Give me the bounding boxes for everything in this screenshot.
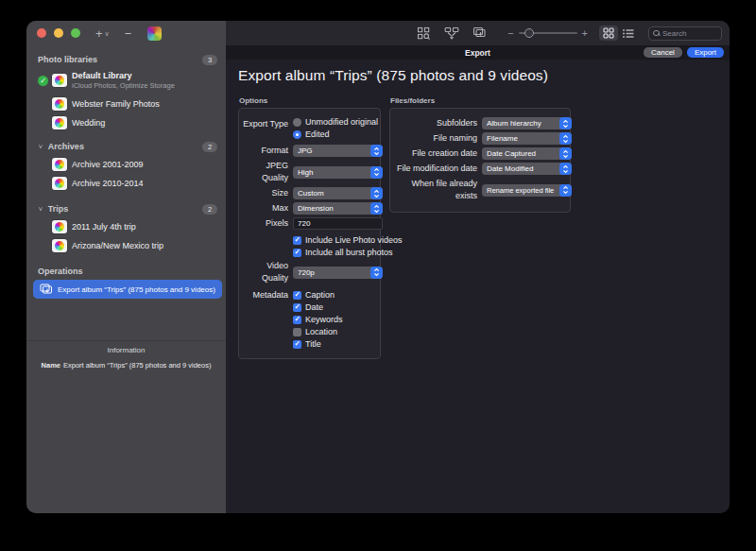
radio-icon[interactable] bbox=[293, 130, 301, 139]
radio-edited[interactable]: Edited bbox=[293, 129, 378, 139]
find-duplicates-button[interactable] bbox=[417, 26, 431, 41]
subfolders-value: Album hierarchy bbox=[482, 119, 559, 128]
metadata-location-checkbox[interactable]: Location bbox=[293, 327, 343, 336]
metadata-row: Metadata Caption Date bbox=[243, 290, 375, 349]
app-icon bbox=[147, 26, 162, 41]
close-button[interactable] bbox=[37, 28, 46, 38]
add-library-button[interactable]: + ∨ bbox=[95, 27, 110, 40]
sidebar-item-2011-july-4th-trip[interactable]: 2011 July 4th trip bbox=[26, 218, 226, 234]
format-row: Format JPG bbox=[243, 145, 375, 157]
video-quality-select[interactable]: 720p bbox=[293, 267, 383, 279]
file-naming-select[interactable]: Filename bbox=[482, 132, 572, 145]
sidebar-item-archive-2010-2014[interactable]: Archive 2010-2014 bbox=[26, 175, 226, 191]
chevron-down-icon: ∨ bbox=[105, 30, 110, 37]
library-name: Wedding bbox=[72, 118, 105, 128]
operations-header: Operations bbox=[26, 265, 226, 278]
export-operation-icon bbox=[40, 284, 53, 295]
radio-unmodified-original[interactable]: Unmodified original bbox=[293, 117, 378, 127]
checkbox-icon[interactable] bbox=[293, 236, 301, 245]
max-select[interactable]: Dimension bbox=[293, 202, 383, 215]
archives-header[interactable]: ∨ Archives 2 bbox=[26, 140, 226, 153]
zoom-out-icon[interactable]: − bbox=[507, 27, 513, 39]
checkbox-icon[interactable] bbox=[293, 340, 301, 349]
sidebar-item-archive-2001-2009[interactable]: Archive 2001-2009 bbox=[26, 156, 226, 172]
include-live-photo-videos-checkbox[interactable]: Include Live Photo videos bbox=[293, 235, 375, 245]
grid-view-button[interactable] bbox=[599, 26, 618, 41]
checkbox-icon[interactable] bbox=[293, 316, 301, 324]
subfolders-select[interactable]: Album hierarchy bbox=[482, 117, 572, 129]
include-all-burst-photos-checkbox[interactable]: Include all burst photos bbox=[293, 248, 375, 257]
stepper-icon bbox=[559, 147, 572, 160]
video-quality-label: Video Quality bbox=[243, 260, 288, 284]
checkbox-icon[interactable] bbox=[293, 328, 301, 336]
file-naming-value: Filename bbox=[482, 134, 559, 143]
zoom-slider-knob[interactable] bbox=[524, 28, 534, 38]
sidebar-item-wedding[interactable]: Wedding bbox=[26, 114, 226, 130]
pixels-input[interactable] bbox=[293, 217, 383, 230]
video-quality-row: Video Quality 720p bbox=[243, 260, 375, 284]
photo-libraries-label: Photo libraries bbox=[38, 55, 202, 64]
metadata-keywords-checkbox[interactable]: Keywords bbox=[293, 315, 343, 324]
grid-view-icon bbox=[603, 27, 614, 39]
export-icon bbox=[472, 26, 487, 40]
chevron-down-icon[interactable]: ∨ bbox=[38, 205, 43, 212]
when-file-already-exists-row: When file already exists Rename exported… bbox=[394, 178, 565, 202]
zoom-button[interactable] bbox=[71, 28, 80, 38]
metadata-label: Metadata bbox=[243, 289, 288, 301]
metadata-caption-checkbox[interactable]: Caption bbox=[293, 290, 343, 300]
zoom-slider[interactable] bbox=[519, 32, 577, 34]
chevron-down-icon[interactable]: ∨ bbox=[38, 143, 43, 149]
when-file-already-exists-value: Rename exported file bbox=[482, 186, 559, 195]
checkbox-icon[interactable] bbox=[293, 291, 301, 300]
search-field[interactable] bbox=[648, 26, 722, 41]
information-name-row: NameExport album “Trips” (875 photos and… bbox=[26, 361, 226, 370]
sidebar-item-default-library[interactable]: ✓ Default Library iCloud Photos, Optimiz… bbox=[26, 68, 226, 93]
radio-label: Edited bbox=[305, 129, 330, 139]
operation-export-album-trips[interactable]: Export album “Trips” (875 photos and 9 v… bbox=[33, 280, 222, 299]
size-select[interactable]: Custom bbox=[293, 187, 383, 199]
size-row: Size Custom bbox=[243, 187, 375, 199]
merge-button[interactable] bbox=[444, 26, 459, 41]
files-folders-group: Files/folders Subfolders Album hierarchy bbox=[389, 96, 571, 213]
information-name-value: Export album “Trips” (875 photos and 9 v… bbox=[63, 361, 211, 370]
subfolders-label: Subfolders bbox=[394, 117, 477, 129]
remove-library-button[interactable]: − bbox=[125, 27, 132, 40]
sidebar-item-webster-family-photos[interactable]: Webster Family Photos bbox=[26, 95, 226, 112]
sidebar-item-arizona-new-mexico-trip[interactable]: Arizona/New Mexico trip bbox=[26, 237, 226, 253]
files-folders-group-label: Files/folders bbox=[390, 96, 571, 105]
stepper-icon bbox=[559, 132, 572, 145]
metadata-date-checkbox[interactable]: Date bbox=[293, 302, 343, 312]
checkbox-label: Caption bbox=[305, 290, 335, 300]
max-value: Dimension bbox=[293, 204, 370, 213]
operations-label: Operations bbox=[38, 267, 217, 276]
export-tool-button[interactable] bbox=[472, 26, 487, 41]
cancel-button[interactable]: Cancel bbox=[644, 47, 682, 58]
stepper-icon bbox=[559, 184, 572, 197]
format-value: JPG bbox=[293, 146, 370, 155]
photos-library-icon bbox=[52, 220, 67, 233]
checkbox-icon[interactable] bbox=[293, 249, 301, 257]
file-modification-date-select[interactable]: Date Modified bbox=[482, 163, 572, 175]
search-input[interactable] bbox=[662, 29, 717, 38]
stepper-icon bbox=[370, 267, 383, 279]
file-creation-date-select[interactable]: Date Captured bbox=[482, 147, 572, 160]
list-view-button[interactable] bbox=[618, 26, 637, 41]
export-type-label: Export Type bbox=[243, 118, 288, 130]
radio-icon[interactable] bbox=[293, 118, 301, 127]
when-file-already-exists-select[interactable]: Rename exported file bbox=[482, 184, 572, 197]
minimize-button[interactable] bbox=[54, 28, 63, 38]
metadata-title-checkbox[interactable]: Title bbox=[293, 339, 343, 349]
information-panel: Information NameExport album “Trips” (87… bbox=[26, 340, 226, 370]
file-naming-row: File naming Filename bbox=[394, 132, 565, 145]
file-creation-date-row: File creation date Date Captured bbox=[394, 147, 565, 160]
main-panel: − + bbox=[226, 21, 730, 513]
format-select[interactable]: JPG bbox=[293, 145, 383, 157]
export-button[interactable]: Export bbox=[687, 47, 724, 58]
zoom-in-icon[interactable]: + bbox=[582, 27, 588, 39]
checkbox-icon[interactable] bbox=[293, 303, 301, 312]
jpeg-quality-row: JPEG Quality High bbox=[243, 160, 375, 184]
export-content: Export album “Trips” (875 photos and 9 v… bbox=[226, 60, 730, 513]
toolbar-action-icons bbox=[417, 26, 487, 41]
jpeg-quality-select[interactable]: High bbox=[293, 166, 383, 179]
trips-header[interactable]: ∨ Trips 2 bbox=[26, 202, 226, 215]
